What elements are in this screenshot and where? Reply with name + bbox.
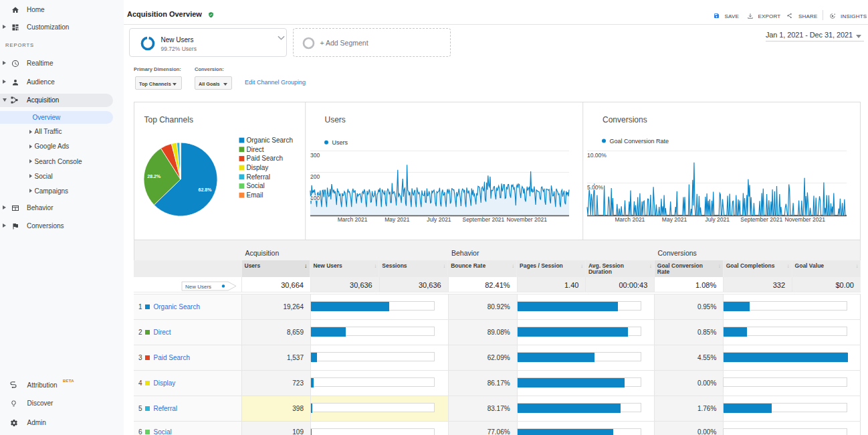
svg-text:5.00%: 5.00% <box>587 184 604 191</box>
svg-text:September 2021: September 2021 <box>462 216 504 223</box>
svg-text:New Users: New Users <box>185 283 211 289</box>
svg-text:Top Channels: Top Channels <box>144 115 193 124</box>
svg-text:March 2021: March 2021 <box>338 216 368 223</box>
svg-text:July 2021: July 2021 <box>427 216 451 223</box>
svg-text:10.00%: 10.00% <box>587 152 607 159</box>
svg-text:Users: Users <box>325 115 346 124</box>
svg-text:Users: Users <box>332 139 348 146</box>
svg-text:100: 100 <box>310 195 320 201</box>
svg-text:Referral: Referral <box>247 173 271 181</box>
svg-text:Paid Search: Paid Search <box>247 155 283 162</box>
svg-text:November 2021: November 2021 <box>784 216 825 223</box>
svg-text:May 2021: May 2021 <box>662 216 687 223</box>
svg-text:Organic Search: Organic Search <box>247 137 293 144</box>
svg-text:November 2021: November 2021 <box>506 216 547 223</box>
svg-text:May 2021: May 2021 <box>385 216 410 223</box>
svg-text:Direct: Direct <box>247 146 264 153</box>
svg-text:Display: Display <box>247 164 269 171</box>
svg-text:July 2021: July 2021 <box>706 216 730 223</box>
svg-text:300: 300 <box>310 152 320 159</box>
svg-text:62.8%: 62.8% <box>199 187 213 192</box>
svg-text:Conversions: Conversions <box>603 115 647 124</box>
svg-text:Social: Social <box>247 182 265 189</box>
svg-text:Email: Email <box>247 191 263 199</box>
svg-text:200: 200 <box>310 173 320 180</box>
svg-text:Goal Conversion Rate: Goal Conversion Rate <box>610 138 669 145</box>
svg-text:28.2%: 28.2% <box>147 174 161 179</box>
svg-text:September 2021: September 2021 <box>740 216 782 223</box>
svg-text:March 2021: March 2021 <box>615 216 645 223</box>
